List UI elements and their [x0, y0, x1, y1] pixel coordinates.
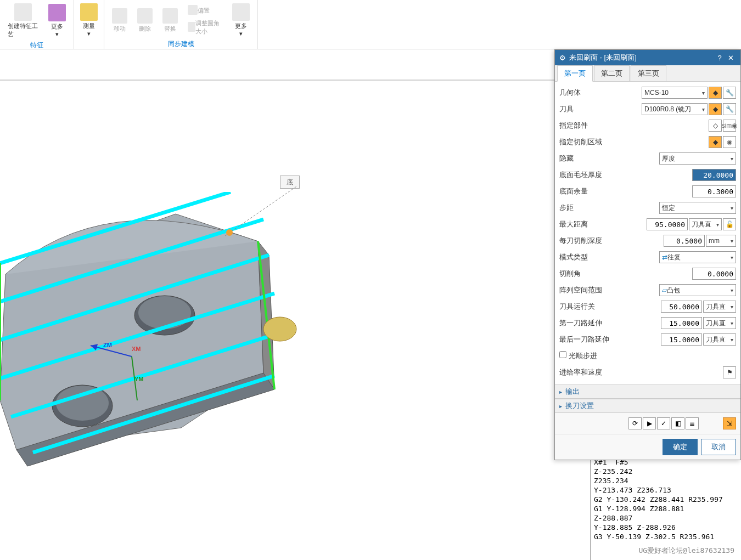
runoff-label: 刀具运行关: [559, 302, 661, 312]
tool-edit-icon[interactable]: 🔧: [723, 103, 736, 115]
btn-offset: 偏置: [184, 4, 226, 17]
action-post-icon[interactable]: ⇲: [723, 417, 736, 429]
btn-fillet: 调整圆角大小: [184, 18, 226, 37]
firstext-label: 第一刀路延伸: [559, 318, 661, 328]
geometry-edit-icon[interactable]: 🔧: [723, 87, 736, 99]
cancel-button[interactable]: 取消: [701, 439, 736, 455]
dialog-action-toolbar: ⟳ ▶ ✓ ◧ ≣ ⇲: [555, 413, 740, 434]
svg-point-4: [56, 386, 109, 421]
action-replay-icon[interactable]: ▶: [643, 417, 656, 429]
gear-icon: ⚙: [559, 54, 566, 62]
array-select[interactable]: ▱ 凸包: [659, 284, 736, 296]
lock-icon[interactable]: 🔓: [723, 218, 736, 230]
svg-point-15: [263, 317, 296, 341]
tool-new-icon[interactable]: ◆: [709, 103, 722, 115]
geometry-select[interactable]: MCS-10: [642, 87, 708, 99]
cutarea-select-icon[interactable]: ◆: [709, 136, 722, 148]
ok-button[interactable]: 确定: [663, 439, 698, 455]
operation-dialog: ⚙ 来回刷面 - [来回刷面] ? ✕ 第一页 第二页 第三页 几何体 MCS-…: [554, 49, 741, 460]
tab-page2[interactable]: 第二页: [594, 65, 630, 81]
help-icon[interactable]: ?: [714, 54, 725, 62]
ribbon: 创建特征工艺 更多▾ 特征 测量▾ 移动 删除 替换 偏置 调整圆角大小 更多▾…: [0, 0, 741, 49]
svg-point-19: [226, 229, 233, 236]
depth-unit[interactable]: mm: [706, 235, 736, 247]
action-verify-icon[interactable]: ✓: [657, 417, 670, 429]
hide-select[interactable]: 厚度: [659, 152, 736, 165]
firstext-unit[interactable]: 刀具直: [703, 317, 736, 329]
tool-select[interactable]: D100R0.8 (铣刀: [642, 103, 708, 115]
runoff-unit[interactable]: 刀具直: [703, 301, 736, 313]
dialog-titlebar[interactable]: ⚙ 来回刷面 - [来回刷面] ? ✕: [555, 50, 740, 65]
step-select[interactable]: 恒定: [659, 202, 736, 214]
floor-thick-label: 底面毛坯厚度: [559, 170, 692, 180]
maxdist-input[interactable]: [647, 218, 688, 230]
output-section[interactable]: ▸输出: [555, 384, 740, 399]
maxdist-unit[interactable]: 刀具直: [689, 218, 722, 230]
toolchange-section[interactable]: ▸换刀设置: [555, 399, 740, 413]
depth-label: 每刀切削深度: [559, 236, 664, 246]
firstext-input[interactable]: [661, 317, 702, 329]
angle-input[interactable]: [692, 268, 736, 280]
lastext-label: 最后一刀路延伸: [559, 335, 661, 344]
angle-label: 切削角: [559, 269, 692, 279]
geometry-label: 几何体: [559, 88, 642, 98]
action-sim-icon[interactable]: ◧: [671, 417, 684, 429]
cutarea-show-icon[interactable]: ◉: [723, 136, 736, 148]
action-list-icon[interactable]: ≣: [686, 417, 699, 429]
btn-create-feature[interactable]: 创建特征工艺: [4, 2, 42, 39]
btn-delete: 删除: [134, 7, 156, 34]
part-select-icon[interactable]: ◇: [709, 120, 722, 132]
floor-stock-input[interactable]: [692, 185, 736, 197]
cutarea-label: 指定切削区域: [559, 137, 709, 147]
axis-x-label: XM: [132, 346, 141, 352]
runoff-input[interactable]: [661, 301, 702, 313]
tab-page3[interactable]: 第三页: [631, 65, 666, 81]
viewport-3d[interactable]: 底: [0, 49, 590, 560]
close-icon[interactable]: ✕: [725, 54, 736, 62]
tool-label: 刀具: [559, 104, 642, 114]
floor-thick-input[interactable]: [692, 169, 736, 181]
axis-z-label: ZM: [103, 342, 112, 348]
svg-line-18: [225, 186, 296, 236]
btn-measure[interactable]: 测量▾: [78, 2, 99, 38]
step-label: 步距: [559, 203, 659, 213]
hide-label: 隐藏: [559, 154, 659, 163]
feedrate-label: 进给率和速度: [559, 367, 723, 377]
maxdist-label: 最大距离: [559, 219, 647, 229]
ribbon-group-sync-label: 同步建模: [109, 38, 253, 50]
floor-stock-label: 底面余量: [559, 186, 692, 196]
feedrate-icon[interactable]: ⚑: [723, 366, 736, 378]
btn-move: 移动: [109, 7, 131, 34]
btn-more-2[interactable]: 更多▾: [229, 2, 253, 38]
svg-point-6: [138, 296, 191, 329]
array-label: 阵列空间范围: [559, 285, 659, 295]
lastext-unit[interactable]: 刀具直: [703, 333, 736, 346]
part-label: 指定部件: [559, 121, 709, 131]
geometry-new-icon[interactable]: ◆: [709, 87, 722, 99]
axis-y-label: YM: [134, 376, 144, 382]
watermark-text: UG爱好者论坛@lei87632139: [638, 546, 734, 556]
dialog-tabs: 第一页 第二页 第三页: [555, 65, 740, 82]
dialog-title-text: 来回刷面 - [来回刷面]: [569, 53, 637, 63]
part-show-icon[interactable]: sim◉: [723, 120, 736, 132]
pattern-select[interactable]: ⇄ 往复: [659, 251, 736, 263]
smooth-checkbox[interactable]: 光顺步进: [559, 351, 597, 361]
depth-input[interactable]: [664, 235, 705, 247]
btn-more-1[interactable]: 更多▾: [45, 3, 69, 39]
action-generate-icon[interactable]: ⟳: [628, 417, 642, 429]
btn-replace: 替换: [159, 7, 181, 34]
pattern-label: 模式类型: [559, 252, 659, 262]
tab-page1[interactable]: 第一页: [557, 65, 593, 82]
lastext-input[interactable]: [661, 333, 702, 346]
